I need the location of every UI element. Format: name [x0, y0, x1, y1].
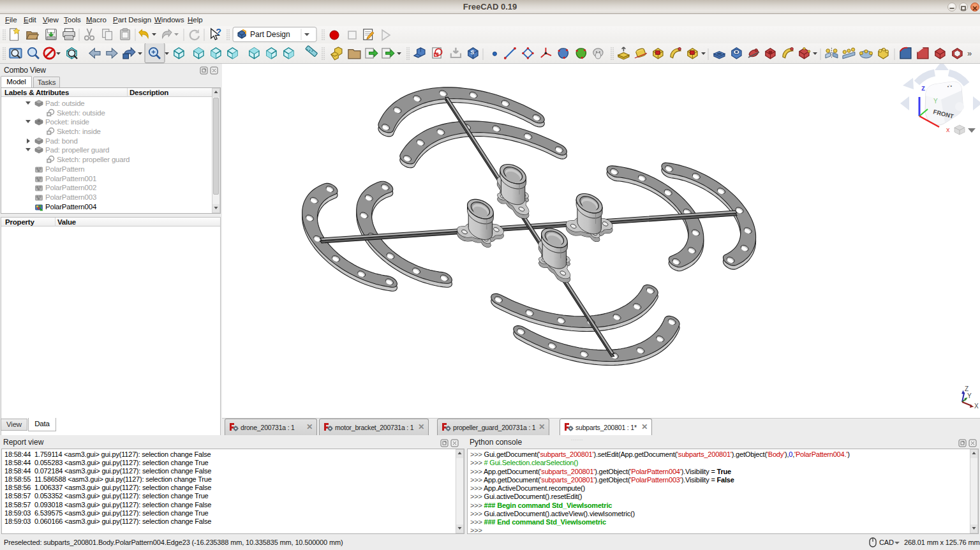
svg-text:Z: Z — [965, 385, 969, 392]
svg-text:•ʿ•: •ʿ• — [947, 84, 952, 89]
svg-text:S: S — [471, 49, 475, 56]
svg-text:Y: Y — [967, 392, 972, 399]
svg-text:Y: Y — [933, 98, 938, 105]
svg-text:X: X — [974, 403, 979, 410]
svg-text:?: ? — [216, 27, 221, 37]
svg-text:Part Design: Part Design — [250, 30, 290, 39]
svg-text:x: x — [946, 126, 950, 133]
svg-text:»: » — [967, 48, 972, 58]
svg-text:z: z — [921, 84, 925, 93]
